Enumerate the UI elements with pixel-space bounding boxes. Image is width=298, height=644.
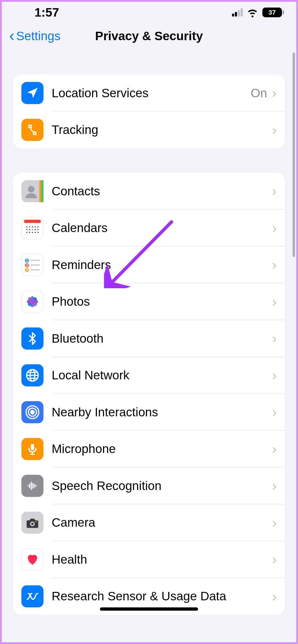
chevron-right-icon: ›	[272, 404, 277, 420]
row-label: Speech Recognition	[52, 479, 272, 493]
camera-icon	[21, 512, 43, 534]
group-data-access: Contacts › Calendars ›	[13, 173, 285, 615]
back-button[interactable]: ‹ Settings	[9, 28, 61, 44]
svg-point-42	[31, 411, 34, 414]
back-label: Settings	[16, 29, 61, 43]
chevron-right-icon: ›	[272, 367, 277, 383]
globe-icon	[21, 364, 43, 386]
svg-point-48	[31, 523, 33, 525]
row-location-services[interactable]: Location Services On ›	[13, 75, 285, 112]
row-tracking[interactable]: Tracking ›	[13, 112, 285, 148]
svg-point-7	[29, 226, 30, 227]
svg-point-6	[26, 226, 27, 227]
location-arrow-icon	[21, 82, 43, 104]
svg-point-16	[26, 232, 27, 233]
svg-rect-1	[39, 180, 41, 202]
row-label: Local Network	[52, 368, 272, 382]
nav-bar: ‹ Settings Privacy & Security	[2, 23, 296, 49]
svg-rect-46	[31, 444, 34, 450]
reminders-icon	[21, 254, 43, 276]
svg-rect-5	[24, 220, 41, 223]
wifi-icon	[247, 7, 258, 18]
row-microphone[interactable]: Microphone ›	[13, 431, 285, 468]
row-label: Photos	[52, 295, 272, 309]
svg-point-19	[35, 232, 36, 233]
chevron-right-icon: ›	[272, 183, 277, 199]
svg-rect-30	[31, 269, 40, 270]
row-bluetooth[interactable]: Bluetooth ›	[13, 320, 285, 357]
tracking-icon	[21, 119, 43, 141]
chevron-right-icon: ›	[272, 478, 277, 494]
svg-point-14	[35, 229, 36, 230]
chevron-right-icon: ›	[272, 551, 277, 567]
svg-point-45	[29, 408, 30, 410]
row-label: Microphone	[52, 442, 272, 456]
row-calendars[interactable]: Calendars ›	[13, 210, 285, 247]
row-health[interactable]: Health ›	[13, 541, 285, 578]
svg-point-15	[37, 229, 38, 230]
chevron-right-icon: ›	[272, 514, 277, 530]
status-right: 37	[232, 7, 284, 18]
group-location-tracking: Location Services On › Tracking ›	[13, 75, 285, 148]
svg-rect-2	[41, 180, 43, 202]
row-camera[interactable]: Camera ›	[13, 504, 285, 541]
photos-icon	[21, 291, 43, 313]
cellular-signal-icon	[232, 8, 243, 16]
chevron-right-icon: ›	[272, 588, 277, 604]
svg-point-29	[26, 269, 27, 270]
chevron-right-icon: ›	[272, 441, 277, 457]
row-label: Contacts	[52, 184, 272, 198]
svg-point-10	[37, 226, 38, 227]
row-value: On	[251, 86, 267, 100]
row-label: Calendars	[52, 221, 272, 235]
home-indicator	[100, 607, 198, 611]
scroll-indicator	[292, 52, 295, 257]
row-label: Nearby Interactions	[52, 405, 272, 419]
bluetooth-icon	[21, 328, 43, 350]
chevron-right-icon: ›	[272, 122, 277, 138]
row-speech-recognition[interactable]: Speech Recognition ›	[13, 468, 285, 505]
svg-rect-24	[31, 260, 40, 261]
row-contacts[interactable]: Contacts ›	[13, 173, 285, 210]
device-frame: 1:57 37 ‹ Settings Privacy & Security	[2, 2, 296, 642]
svg-point-11	[26, 229, 27, 230]
chevron-right-icon: ›	[272, 257, 277, 273]
status-bar: 1:57 37	[2, 2, 296, 23]
contacts-icon	[21, 180, 43, 202]
row-label: Tracking	[52, 123, 272, 137]
svg-rect-27	[31, 264, 40, 266]
chevron-left-icon: ‹	[9, 27, 15, 43]
heart-icon	[21, 549, 43, 571]
chevron-right-icon: ›	[272, 293, 277, 309]
row-photos[interactable]: Photos ›	[13, 283, 285, 320]
calendar-icon	[21, 217, 43, 239]
row-label: Camera	[52, 516, 272, 530]
battery-icon: 37	[262, 8, 284, 17]
row-local-network[interactable]: Local Network ›	[13, 357, 285, 394]
waveform-icon	[21, 475, 43, 497]
chevron-right-icon: ›	[272, 85, 277, 101]
svg-point-3	[28, 186, 34, 192]
status-time: 1:57	[34, 6, 59, 20]
svg-point-20	[37, 232, 38, 233]
row-nearby-interactions[interactable]: Nearby Interactions ›	[13, 394, 285, 431]
chevron-right-icon: ›	[272, 330, 277, 346]
row-reminders[interactable]: Reminders ›	[13, 247, 285, 284]
svg-point-17	[29, 232, 30, 233]
row-label: Reminders	[52, 258, 272, 272]
row-label: Bluetooth	[52, 331, 272, 345]
row-label: Health	[52, 552, 272, 566]
svg-point-18	[32, 232, 33, 233]
svg-point-12	[29, 229, 30, 230]
row-label: Research Sensor & Usage Data	[52, 589, 272, 603]
svg-point-23	[26, 260, 27, 261]
row-label: Location Services	[52, 86, 251, 100]
svg-point-8	[32, 226, 33, 227]
svg-point-49	[35, 521, 36, 522]
nearby-icon	[21, 401, 43, 423]
svg-point-26	[26, 265, 27, 266]
chevron-right-icon: ›	[272, 220, 277, 236]
research-icon	[21, 585, 43, 607]
microphone-icon	[21, 438, 43, 460]
svg-point-9	[35, 226, 36, 227]
